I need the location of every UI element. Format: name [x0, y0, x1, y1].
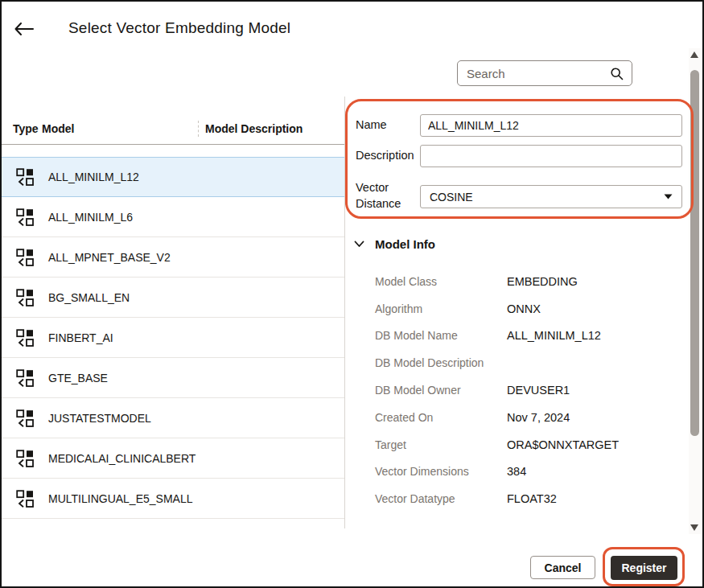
search-input[interactable] [458, 67, 610, 80]
model-name: BG_SMALL_EN [48, 291, 130, 304]
column-header-type[interactable]: Type [2, 122, 42, 135]
model-icon [16, 249, 35, 266]
description-label: Description [356, 149, 414, 162]
info-value: EMBEDDING [507, 275, 578, 288]
model-name: ALL_MPNET_BASE_V2 [48, 251, 171, 264]
info-row: Vector Datatype FLOAT32 [375, 485, 690, 512]
info-value: ALL_MINILM_L12 [507, 329, 601, 342]
table-row[interactable]: MULTILINGUAL_E5_SMALL [2, 479, 344, 519]
info-label: DB Model Name [375, 329, 507, 342]
info-value: FLOAT32 [507, 492, 557, 505]
model-list: ALL_MINILM_L12 ALL_MINILM_L6 ALL_MPNET_B… [2, 157, 344, 519]
info-label: Vector Datatype [375, 492, 507, 505]
column-header-model[interactable]: Model [42, 122, 198, 135]
info-value: DEVUSER1 [507, 384, 570, 397]
register-button[interactable]: Register [611, 556, 677, 580]
model-info-grid: Model Class EMBEDDING Algorithm ONNX DB … [375, 268, 690, 512]
chevron-down-icon [664, 194, 673, 199]
chevron-expanded-icon [354, 241, 364, 248]
model-name: FINBERT_AI [48, 331, 113, 344]
search-icon[interactable] [610, 67, 632, 80]
info-label: Target [375, 438, 507, 451]
model-name: ALL_MINILM_L12 [48, 171, 139, 183]
description-input[interactable] [420, 145, 682, 167]
info-value: ONNX [507, 302, 541, 315]
vector-distance-select[interactable]: COSINE [420, 185, 682, 208]
name-input[interactable] [420, 114, 682, 137]
table-row[interactable]: GTE_BASE [2, 358, 344, 398]
model-icon [16, 450, 35, 467]
page-title: Select Vector Embedding Model [68, 19, 290, 37]
table-row[interactable]: BG_SMALL_EN [2, 278, 344, 318]
back-arrow-icon [14, 23, 34, 35]
table-row[interactable]: MEDICALAI_CLINICALBERT [2, 438, 344, 479]
model-icon [16, 409, 35, 427]
info-row: Target ORA$ONNXTARGET [375, 431, 690, 458]
model-info-title: Model Info [375, 237, 435, 251]
scrollbar-thumb[interactable] [690, 70, 699, 436]
table-row[interactable]: JUSTATESTMODEL [2, 398, 344, 438]
info-label: Vector Dimensions [375, 465, 507, 478]
table-header: Type Model Model Description [2, 113, 344, 145]
model-name: ALL_MINILM_L6 [48, 211, 133, 224]
scroll-up-button[interactable] [690, 51, 698, 58]
vector-distance-value: COSINE [430, 191, 473, 204]
info-label: Model Class [375, 275, 507, 288]
column-header-model-description[interactable]: Model Description [198, 121, 303, 137]
back-button[interactable] [14, 21, 37, 37]
table-row[interactable]: FINBERT_AI [2, 318, 344, 358]
model-name: JUSTATESTMODEL [48, 412, 151, 425]
name-label: Name [356, 118, 387, 131]
info-row: Vector Dimensions 384 [375, 458, 690, 486]
info-row: Created On Nov 7, 2024 [375, 404, 690, 431]
select-vector-embedding-model-dialog: Select Vector Embedding Model Type Model… [0, 0, 704, 588]
cancel-button[interactable]: Cancel [530, 556, 595, 579]
table-row[interactable]: ALL_MINILM_L12 [2, 157, 344, 197]
info-value: 384 [507, 465, 526, 478]
search-box[interactable] [457, 60, 632, 86]
model-icon [16, 369, 35, 387]
info-label: DB Model Owner [375, 384, 507, 397]
info-row: Model Class EMBEDDING [375, 268, 690, 295]
model-icon [16, 329, 35, 347]
model-name: MULTILINGUAL_E5_SMALL [48, 492, 192, 505]
info-label: Algorithm [375, 302, 507, 315]
model-icon [16, 208, 35, 226]
panel-divider [344, 97, 345, 528]
vector-distance-label: Vector Distance [356, 179, 414, 212]
model-icon [16, 490, 35, 508]
model-name: GTE_BASE [48, 372, 108, 384]
model-icon [16, 168, 35, 186]
model-name: MEDICALAI_CLINICALBERT [48, 452, 196, 465]
info-row: Algorithm ONNX [375, 295, 690, 323]
scroll-down-button[interactable] [690, 524, 698, 531]
scrollbar[interactable] [689, 48, 701, 534]
model-icon [16, 289, 35, 306]
info-label: Created On [375, 411, 507, 424]
table-row[interactable]: ALL_MINILM_L6 [2, 197, 344, 237]
info-row: DB Model Name ALL_MINILM_L12 [375, 323, 690, 350]
info-row: DB Model Owner DEVUSER1 [375, 376, 690, 404]
info-row: DB Model Description [375, 349, 690, 376]
info-value: ORA$ONNXTARGET [507, 438, 619, 451]
info-value: Nov 7, 2024 [507, 411, 570, 424]
info-label: DB Model Description [375, 356, 507, 369]
table-row[interactable]: ALL_MPNET_BASE_V2 [2, 237, 344, 278]
model-info-section-toggle[interactable]: Model Info [354, 237, 435, 251]
